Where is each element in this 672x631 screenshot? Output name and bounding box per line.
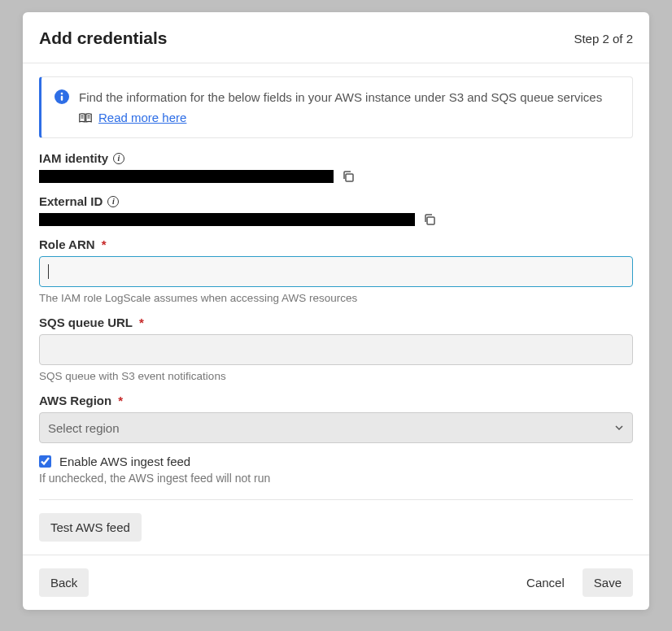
iam-identity-redacted [39,170,334,183]
info-text: Find the information for the below field… [79,89,602,106]
footer-right: Cancel Save [515,568,633,597]
iam-identity-value-row [39,170,633,183]
info-content: Find the information for the below field… [79,89,602,126]
info-icon [55,89,69,104]
sqs-queue-input[interactable] [39,334,633,365]
external-id-value-row [39,213,633,226]
info-circle-icon[interactable]: i [107,196,119,207]
test-aws-feed-button[interactable]: Test AWS feed [39,513,142,542]
aws-region-field: AWS Region* Select region [39,394,633,443]
modal-footer: Back Cancel Save [23,555,649,610]
step-indicator: Step 2 of 2 [574,32,633,46]
sqs-queue-field: SQS queue URL* SQS queue with S3 event n… [39,316,633,382]
role-arn-field: Role ARN* The IAM role LogScale assumes … [39,237,633,304]
book-icon [79,112,92,124]
role-arn-help: The IAM role LogScale assumes when acces… [39,292,633,304]
sqs-queue-label: SQS queue URL* [39,316,633,329]
back-button[interactable]: Back [39,568,89,597]
svg-point-1 [61,93,63,95]
read-more-link[interactable]: Read more here [98,109,186,126]
info-box: Find the information for the below field… [39,76,633,138]
divider [39,499,633,500]
text-cursor [48,264,49,279]
modal-header: Add credentials Step 2 of 2 [23,12,649,63]
add-credentials-modal: Add credentials Step 2 of 2 Find the inf… [23,12,649,610]
enable-feed-checkbox[interactable] [39,455,51,468]
iam-identity-label: IAM identity i [39,151,633,165]
svg-rect-7 [346,174,353,181]
role-arn-label-text: Role ARN [39,237,95,251]
role-arn-label: Role ARN* [39,237,633,251]
sqs-queue-help: SQS queue with S3 event notifications [39,370,633,382]
copy-icon[interactable] [423,213,436,226]
copy-icon[interactable] [342,170,355,183]
chevron-down-icon [614,423,624,433]
modal-body: Find the information for the below field… [23,63,649,555]
iam-identity-label-text: IAM identity [39,151,108,165]
svg-rect-2 [61,96,63,101]
external-id-label: External ID i [39,194,633,208]
role-arn-input[interactable] [39,256,633,287]
required-asterisk: * [102,237,107,251]
aws-region-label-text: AWS Region [39,394,111,407]
svg-rect-8 [427,217,434,224]
aws-region-select[interactable]: Select region [39,412,633,443]
enable-feed-label: Enable AWS ingest feed [59,455,190,468]
external-id-redacted [39,213,415,226]
aws-region-placeholder: Select region [48,421,120,435]
info-circle-icon[interactable]: i [113,153,124,164]
save-button[interactable]: Save [583,568,633,597]
aws-region-label: AWS Region* [39,394,633,407]
required-asterisk: * [139,316,144,329]
external-id-label-text: External ID [39,194,103,208]
info-link-row: Read more here [79,109,602,126]
enable-feed-row: Enable AWS ingest feed [39,455,633,468]
sqs-queue-label-text: SQS queue URL [39,316,133,329]
cancel-button[interactable]: Cancel [515,568,576,597]
modal-title: Add credentials [39,28,168,48]
enable-feed-help: If unchecked, the AWS ingest feed will n… [39,472,633,485]
required-asterisk: * [118,394,123,407]
